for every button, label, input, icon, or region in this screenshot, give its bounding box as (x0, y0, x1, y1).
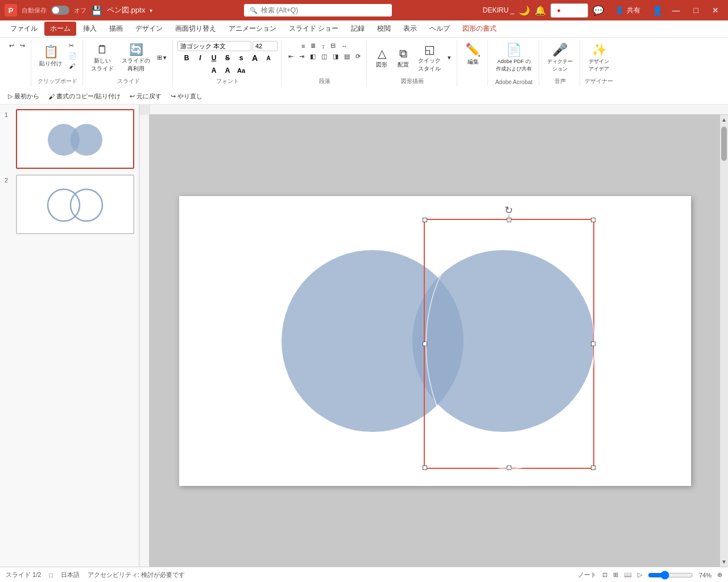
menu-shape-format[interactable]: 図形の書式 (457, 22, 502, 36)
numbered-list-button[interactable]: ≣ (308, 41, 318, 51)
new-slide-button[interactable]: 🗒 新しいスライド (88, 41, 117, 74)
presenter-icon[interactable]: 👤 (652, 5, 663, 16)
menu-slideshow[interactable]: スライド ショー (283, 22, 344, 36)
new-slide-icon: 🗒 (97, 43, 108, 56)
menu-home[interactable]: ホーム (44, 22, 76, 36)
menu-view[interactable]: 表示 (398, 22, 423, 36)
font-color-button[interactable]: A (221, 65, 234, 76)
line-spacing-button[interactable]: ↕ (319, 41, 327, 51)
record-button[interactable]: ● ● 記録 (551, 3, 588, 18)
record-dot-icon: ● (557, 7, 561, 14)
format-painter-button[interactable]: 🖌 (67, 61, 79, 70)
editing-button[interactable]: ✏️ 編集 (462, 41, 484, 68)
dictation-button[interactable]: 🎤 ディクテーション (544, 41, 576, 74)
undo-button[interactable]: ↩ (7, 41, 16, 51)
reuse-slide-button[interactable]: 🔄 スライドの再利用 (118, 41, 154, 74)
save-icon[interactable]: 💾 (91, 5, 102, 16)
paste-button[interactable]: 📋 貼り付け (36, 43, 65, 69)
shadow-button[interactable]: s (235, 52, 247, 64)
decrease-indent-button[interactable]: ⇤ (286, 52, 296, 61)
search-input[interactable] (261, 6, 386, 14)
autosave-toggle[interactable] (51, 6, 69, 15)
italic-button[interactable]: I (194, 52, 206, 64)
notes-button[interactable]: ノート (578, 571, 597, 579)
slide-thumbnail-1[interactable]: 1 (5, 109, 134, 169)
ribbon-content: ↩ ↪ 📋 貼り付け ✂ 📄 🖌 クリップボード 🗒 (0, 38, 728, 89)
statusbar: スライド 1/2 □ 日本語 アクセシビリティ: 検討が必要です ノート ⊡ ⊞… (0, 567, 728, 582)
comment-icon[interactable]: 💬 (593, 5, 604, 16)
menu-insert[interactable]: 挿入 (77, 22, 102, 36)
format-copy-button[interactable]: 🖌 書式のコピー/貼り付け (45, 91, 124, 102)
share-button[interactable]: 👤 共有 (609, 3, 647, 18)
bullet-list-button[interactable]: ≡ (299, 41, 307, 51)
font-name-input[interactable] (177, 41, 251, 51)
increase-indent-button[interactable]: ⇥ (297, 52, 307, 61)
ruler-left (139, 115, 150, 567)
align-left-button[interactable]: ◧ (308, 52, 318, 61)
menu-draw[interactable]: 描画 (104, 22, 129, 36)
undo-qa-button[interactable]: ↩ 元に戻す (126, 91, 165, 102)
autosave-label: 自動保存 (22, 6, 47, 15)
menu-animations[interactable]: アニメーション (223, 22, 282, 36)
menu-file[interactable]: ファイル (5, 22, 43, 36)
grow-button[interactable]: A (249, 52, 261, 64)
undo-redo-row: ↩ ↪ (7, 41, 27, 51)
scroll-down-arrow[interactable]: ▼ (721, 557, 727, 567)
slide-surface[interactable]: ↻ (179, 196, 691, 486)
justify-button[interactable]: ▤ (342, 52, 352, 61)
slide-sorter-icon[interactable]: ⊞ (613, 571, 618, 579)
from-start-button[interactable]: ▷ 最初から (5, 91, 43, 102)
vertical-scrollbar[interactable]: ▲ ▼ (720, 115, 728, 567)
ribbon-group-designer: ✨ デザインアイデア デザイナー (581, 40, 617, 86)
presenter-view-icon[interactable]: ▷ (638, 571, 642, 579)
reading-view-icon[interactable]: 📖 (624, 571, 632, 579)
shapes-button[interactable]: △ 図形 (371, 45, 392, 70)
design-ideas-button[interactable]: ✨ デザインアイデア (585, 41, 613, 74)
redo-qa-button[interactable]: ↪ やり直し (167, 91, 206, 102)
direction-button[interactable]: ↔ (339, 41, 350, 51)
font-size-input[interactable] (253, 41, 278, 51)
highlight-button[interactable]: A (208, 65, 220, 76)
char-spacing-button[interactable]: Aa (235, 65, 247, 76)
minimize-button[interactable]: — (668, 3, 685, 17)
slide-thumbnail-2[interactable]: 2 (5, 174, 134, 234)
menu-help[interactable]: ヘルプ (424, 22, 456, 36)
close-button[interactable]: ✕ (708, 3, 723, 17)
cut-button[interactable]: ✂ (67, 41, 79, 51)
shrink-icon: A (266, 55, 270, 61)
cut-icon: ✂ (69, 42, 74, 49)
copy-button[interactable]: 📄 (67, 51, 79, 61)
normal-view-icon[interactable]: ⊡ (602, 571, 607, 579)
menu-design[interactable]: デザイン (130, 22, 168, 36)
columns-button[interactable]: ⊟ (328, 41, 338, 51)
shrink-button[interactable]: A (262, 52, 275, 64)
redo-button[interactable]: ↪ (18, 41, 27, 51)
text-direction-button[interactable]: ⟳ (353, 52, 363, 61)
align-center-button[interactable]: ◫ (319, 52, 329, 61)
menu-transitions[interactable]: 画面切り替え (169, 22, 222, 36)
right-circle[interactable] (412, 250, 594, 432)
scroll-thumb[interactable] (721, 127, 727, 161)
menu-review[interactable]: 校閲 (371, 22, 396, 36)
bold-button[interactable]: B (180, 52, 193, 64)
drawing-more-button[interactable]: ▾ (445, 53, 453, 63)
arrange-button[interactable]: ⧉ 配置 (393, 45, 413, 70)
dictation-group-label: 音声 (555, 77, 566, 85)
scroll-up-arrow[interactable]: ▲ (721, 115, 727, 124)
underline-button[interactable]: U (208, 52, 220, 64)
strikethrough-button[interactable]: S (221, 52, 234, 64)
zoom-slider[interactable] (648, 571, 693, 580)
slide-img-1[interactable] (16, 109, 134, 169)
slide-img-2[interactable] (16, 174, 134, 234)
layout-icon: ⊞ (157, 54, 162, 61)
slide-info: スライド 1/2 (6, 571, 41, 579)
quick-style-button[interactable]: ◱ クイックスタイル (415, 41, 444, 74)
paragraph-label: 段落 (319, 77, 330, 85)
create-pdf-button[interactable]: 📄 Adobe PDF の作成および共有 (493, 41, 535, 74)
zoom-fit-icon[interactable]: ⊕ (717, 571, 722, 579)
layout-dropdown[interactable]: ⊞ ▾ (155, 53, 169, 63)
search-box[interactable]: 🔍 (244, 4, 392, 16)
menu-record[interactable]: 記録 (345, 22, 370, 36)
align-right-button[interactable]: ◨ (330, 52, 341, 61)
maximize-button[interactable]: □ (689, 3, 703, 17)
